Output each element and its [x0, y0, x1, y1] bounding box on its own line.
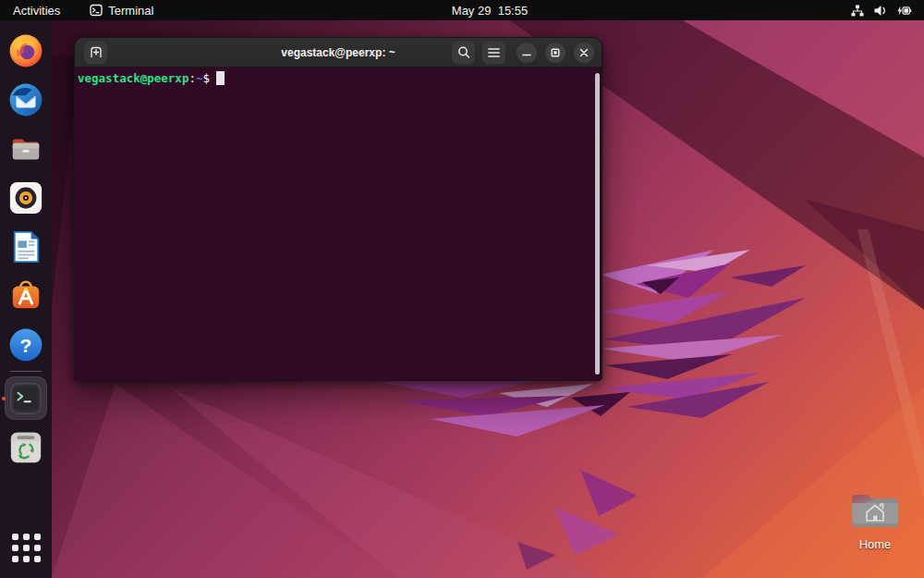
trash-icon: [8, 430, 43, 465]
clock-button[interactable]: May 29 15:55: [452, 4, 528, 18]
help-icon: ?: [8, 327, 43, 363]
dock-item-firefox[interactable]: [0, 26, 52, 75]
dock-item-libreoffice-writer[interactable]: [0, 222, 52, 271]
new-tab-button[interactable]: [84, 41, 107, 64]
terminal-mini-icon: [90, 4, 103, 17]
focused-app-menu[interactable]: Terminal: [90, 4, 153, 18]
terminal-cursor: [216, 71, 225, 85]
search-icon: [457, 46, 470, 59]
menu-button[interactable]: [482, 41, 505, 64]
app-grid-icon: [12, 534, 41, 562]
thunderbird-icon: [8, 82, 43, 117]
dock: ?: [0, 20, 52, 578]
terminal-running-indicator: [2, 397, 6, 400]
svg-text:?: ?: [20, 334, 32, 355]
dock-item-rhythmbox[interactable]: [0, 173, 52, 222]
dock-item-thunderbird[interactable]: [0, 75, 52, 124]
terminal-header-bar[interactable]: vegastack@peerxp: ~: [75, 38, 602, 68]
minimize-icon: [522, 48, 531, 57]
network-icon: [850, 4, 865, 18]
dock-item-help[interactable]: ?: [0, 320, 52, 369]
close-button[interactable]: [574, 43, 594, 63]
maximize-button[interactable]: [545, 43, 565, 63]
terminal-scrollbar[interactable]: [595, 73, 600, 375]
prompt-symbol: $: [202, 71, 210, 85]
top-bar: Activities Terminal May 29 15:55: [0, 0, 924, 20]
battery-charging-icon: [896, 4, 912, 18]
focused-app-label: Terminal: [108, 4, 153, 18]
new-tab-icon: [90, 46, 103, 59]
dock-item-trash[interactable]: [0, 423, 52, 472]
close-icon: [579, 48, 589, 57]
search-button[interactable]: [452, 41, 475, 64]
activities-button[interactable]: Activities: [13, 4, 60, 18]
ubuntu-software-icon: [8, 278, 43, 314]
dock-item-show-applications[interactable]: [0, 526, 52, 569]
terminal-window: vegastack@peerxp: ~: [74, 37, 602, 381]
firefox-icon: [8, 33, 43, 68]
dock-item-files[interactable]: [0, 124, 52, 173]
rhythmbox-icon: [8, 180, 43, 215]
dock-item-terminal[interactable]: [0, 374, 52, 423]
home-folder-shortcut[interactable]: Home: [847, 490, 903, 551]
home-folder-icon: [850, 490, 900, 531]
terminal-content[interactable]: vegastack@peerxp:~$: [75, 68, 602, 380]
terminal-icon: [8, 381, 43, 416]
system-status-area[interactable]: [850, 0, 912, 20]
minimize-button[interactable]: [517, 43, 537, 63]
prompt-separator: :: [188, 71, 196, 85]
prompt-user-host: vegastack@peerxp: [78, 71, 188, 85]
home-folder-label: Home: [847, 537, 903, 551]
libreoffice-writer-icon: [8, 229, 43, 264]
dock-item-ubuntu-software[interactable]: [0, 271, 52, 320]
maximize-icon: [551, 48, 560, 57]
volume-icon: [873, 4, 888, 18]
dock-separator: [10, 371, 42, 372]
files-icon: [8, 131, 43, 166]
hamburger-menu-icon: [488, 47, 500, 57]
